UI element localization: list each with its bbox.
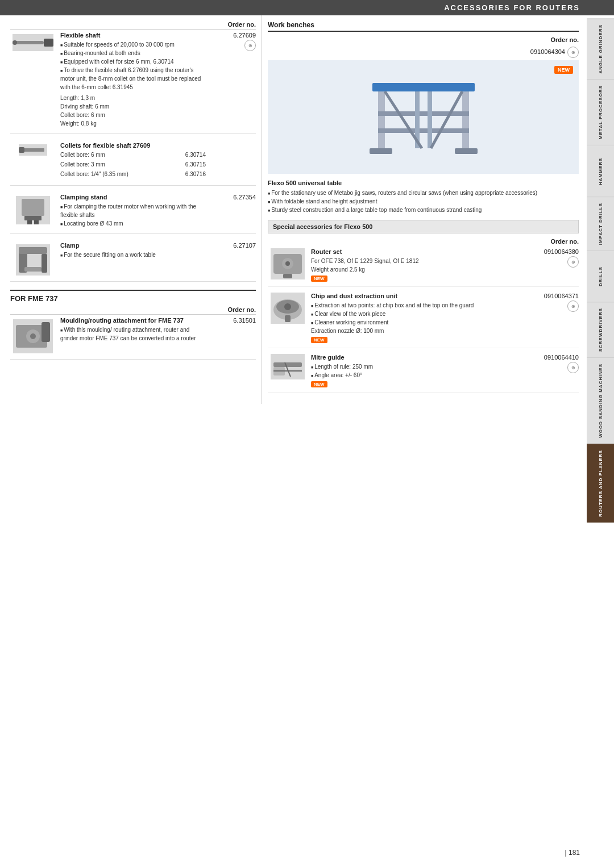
sidebar-item-screwdrivers[interactable]: SCREWDRIVERS xyxy=(587,302,614,357)
collets-info: Collets for flexible shaft 27609 Collet … xyxy=(56,142,210,180)
for-fme-header: FOR FME 737 xyxy=(10,290,256,303)
flexible-shaft-info: Flexible shaft Suitable for speeds of 20… xyxy=(56,32,210,128)
right-column: Work benches Order no. 0910064304 ⊛ NEW xyxy=(262,15,584,404)
work-benches-title: Work benches xyxy=(268,21,314,29)
mitre-order-no: 0910064410 ⊛ xyxy=(533,354,579,373)
router-set-image xyxy=(268,248,308,282)
page-footer: | 181 xyxy=(565,849,580,857)
mitre-bullet-2: Angle area: +/- 60° xyxy=(311,371,530,379)
wb-bullet-1: For the stationary use of Metabo jig saw… xyxy=(268,189,579,197)
sidebar-item-angle-grinders[interactable]: ANGLE GRINDERS xyxy=(587,18,614,79)
collets-img-placeholder xyxy=(19,144,47,156)
clamping-svg xyxy=(16,196,50,224)
svg-rect-23 xyxy=(455,148,478,154)
router-set-new-badge: NEW xyxy=(311,276,327,282)
clamping-bullet-2: Locating bore Ø 43 mm xyxy=(60,219,206,228)
clamp-image xyxy=(10,242,56,276)
flexible-shaft-order: 6.27609 ⊛ xyxy=(210,32,256,128)
flexible-shaft-desc: Suitable for speeds of 20,000 to 30 000 … xyxy=(60,40,206,128)
clamping-order: 6.27354 xyxy=(210,194,256,228)
svg-rect-10 xyxy=(19,247,47,254)
collet-item-1: Collet bore: 6 mm 6.30714 xyxy=(60,151,206,159)
work-bench-bullets: For the stationary use of Metabo jig saw… xyxy=(268,189,579,214)
flexible-shaft-svg xyxy=(13,34,53,51)
clamp-svg xyxy=(16,244,50,276)
clamping-order-no: 6.27354 xyxy=(210,194,256,201)
collet-order-1: 6.30714 xyxy=(160,151,206,159)
svg-rect-36 xyxy=(273,362,302,367)
chip-dust-order-icon: ⊛ xyxy=(567,301,579,312)
bullet-2: Bearing-mounted at both ends xyxy=(60,49,206,57)
bullet-3: Equipped with collet for size 6 mm, 6.30… xyxy=(60,57,206,66)
mitre-name: Mitre guide xyxy=(311,354,530,361)
mitre-info: Mitre guide Length of rule: 250 mm Angle… xyxy=(308,354,533,387)
sidebar-item-hammers[interactable]: HAMMERS xyxy=(587,145,614,197)
fme-order-header: Order no. xyxy=(10,306,256,315)
collets-image xyxy=(10,142,56,180)
clamp-info: Clamp For the secure fitting on a work t… xyxy=(56,242,210,276)
mitre-order: 0910064410 ⊛ xyxy=(533,354,579,387)
flexible-shaft-image xyxy=(10,32,56,128)
svg-point-2 xyxy=(13,40,17,45)
chip-dust-desc: Extraction at two points: at chip box an… xyxy=(311,301,530,335)
clamp-desc: For the secure fitting on a work table xyxy=(60,251,206,259)
cd-bullet-1: Extraction at two points: at chip box an… xyxy=(311,301,530,310)
svg-rect-4 xyxy=(19,147,24,153)
svg-rect-21 xyxy=(378,128,469,133)
svg-rect-20 xyxy=(378,111,469,116)
side-tabs: ANGLE GRINDERS METAL PROCESORS HAMMERS I… xyxy=(587,18,614,523)
chip-dust-svg xyxy=(271,293,305,324)
chip-dust-new-badge: NEW xyxy=(311,337,327,343)
collets-desc: Collet bore: 6 mm 6.30714 Collet bore: 3… xyxy=(60,151,206,178)
product-flexible-shaft: Flexible shaft Suitable for speeds of 20… xyxy=(10,32,256,134)
svg-rect-11 xyxy=(42,254,47,273)
svg-rect-17 xyxy=(372,83,475,91)
work-bench-desc: Flexo 500 universal table For the statio… xyxy=(268,180,579,214)
chip-dust-order-no: 0910064371 ⊛ xyxy=(533,293,579,312)
chip-dust-img-placeholder xyxy=(271,293,305,324)
moulding-bullets: With this moulding/ routing attachment, … xyxy=(60,326,206,343)
moulding-order-no: 6.31501 xyxy=(210,317,256,324)
svg-rect-25 xyxy=(428,91,432,148)
sidebar-item-impact-drills[interactable]: IMPACT DRILLS xyxy=(587,197,614,251)
svg-rect-6 xyxy=(24,216,42,220)
clamping-info: Clamping stand For clamping the router m… xyxy=(56,194,210,228)
svg-point-15 xyxy=(30,333,36,339)
main-content: Order no. Flexible shaft Suitable xyxy=(0,15,614,404)
collet-item-2: Collet bore: 3 mm 6.30715 xyxy=(60,160,206,169)
work-bench-order-no-row: 0910064304 ⊛ xyxy=(268,45,579,58)
flexible-shaft-bullets: Suitable for speeds of 20,000 to 30 000 … xyxy=(60,40,206,91)
sidebar-item-drills[interactable]: DRILLS xyxy=(587,251,614,302)
flexible-shaft-specs: Length: 1,3 m Driving shaft: 6 mm Collet… xyxy=(60,94,206,128)
collet-label-3: Collet bore: 1/4" (6.35 mm) xyxy=(60,170,160,178)
sidebar-item-wood-sanding[interactable]: WOOD SANDING MACHINES xyxy=(587,357,614,444)
flexible-shaft-order-no: 6.27609 ⊛ xyxy=(210,32,256,51)
router-set-desc: For OFE 738, Of E 1229 Signal, Of E 1812… xyxy=(311,257,530,274)
mitre-svg xyxy=(271,354,305,379)
work-bench-new-badge: NEW xyxy=(554,66,573,74)
svg-rect-19 xyxy=(462,91,469,148)
product-chip-dust: Chip and dust extraction unit Extraction… xyxy=(268,293,579,348)
sidebar-item-metal-procesors[interactable]: METAL PROCESORS xyxy=(587,79,614,145)
collet-order-2: 6.30715 xyxy=(160,160,206,169)
collet-label-2: Collet bore: 3 mm xyxy=(60,160,160,169)
mitre-desc: Length of rule: 250 mm Angle area: +/- 6… xyxy=(311,362,530,379)
moulding-info: Moulding/routing attachment for FME 737 … xyxy=(56,317,210,353)
svg-rect-0 xyxy=(13,41,44,44)
product-clamping: Clamping stand For clamping the router m… xyxy=(10,194,256,234)
clamp-bullets: For the secure fitting on a work table xyxy=(60,251,206,259)
svg-rect-31 xyxy=(283,274,292,278)
moulding-name: Moulding/routing attachment for FME 737 xyxy=(60,317,206,324)
svg-rect-22 xyxy=(370,148,392,154)
clamping-img-placeholder xyxy=(16,196,50,224)
moulding-desc: With this moulding/ routing attachment, … xyxy=(60,326,206,343)
clamp-order: 6.27107 xyxy=(210,242,256,276)
flexible-shaft-name: Flexible shaft xyxy=(60,32,206,39)
collet-label-1: Collet bore: 6 mm xyxy=(60,151,160,159)
svg-line-27 xyxy=(431,91,462,148)
sidebar-item-routers-planers[interactable]: ROUTERS AND PLANERS xyxy=(587,444,614,523)
clamping-bullet-1: For clamping the router motor when worki… xyxy=(60,202,206,219)
collets-order-spacer xyxy=(210,142,256,180)
work-bench-order-icon: ⊛ xyxy=(567,47,579,58)
special-acc-header: Special accessories for Flexo 500 xyxy=(268,220,579,233)
